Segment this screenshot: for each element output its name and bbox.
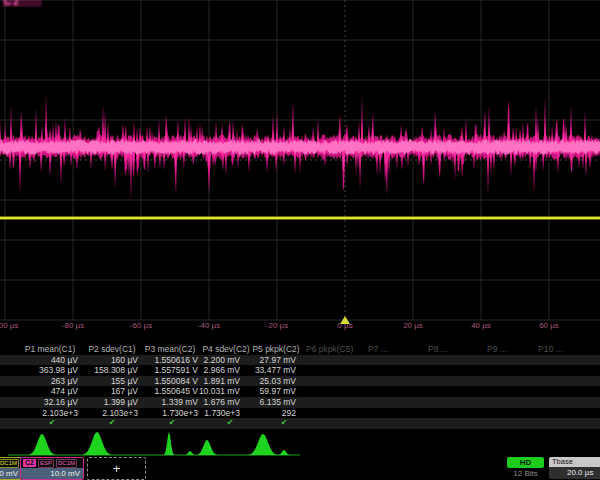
c2-eres-tag: ESP: [38, 459, 54, 468]
param-header-p1[interactable]: P1 mean(C1): [15, 344, 85, 355]
param-header-p5[interactable]: P5 pkpk(C2): [241, 344, 311, 355]
c2-coupling-tag: DC1M: [56, 459, 77, 468]
param-value: 27.97 mV: [218, 355, 296, 366]
param-header-p10-empty[interactable]: P10 ...: [538, 344, 563, 355]
param-value: 292: [218, 408, 296, 419]
hd-bits-label: 12 Bits: [507, 469, 544, 478]
timebase-title: Tbase: [549, 457, 600, 467]
param-row: 440 µV160 µV1.550616 V2.200 mV27.97 mV: [0, 355, 600, 366]
c2-badge: C2: [23, 459, 36, 467]
param-row: 2.103e+32.103e+31.730e+31.730e+3292: [0, 408, 600, 419]
param-value: 59.97 mV: [218, 386, 296, 397]
param-header-p9-empty[interactable]: P9 ...: [487, 344, 507, 355]
c1-trace: [0, 217, 600, 219]
param-row: 263 µV155 µV1.550084 V1.891 mV25.03 mV: [0, 376, 600, 387]
time-axis-label: -40 µs: [198, 321, 220, 330]
histicon-peak: [249, 434, 277, 455]
param-row: 474 µV167 µV1.550645 V10.031 mV59.97 mV: [0, 386, 600, 397]
param-value: 25.03 mV: [218, 376, 296, 387]
time-axis-label: 60 µs: [539, 321, 559, 330]
histicon-peak: [164, 432, 174, 455]
histicon-peak: [185, 451, 195, 455]
param-header-p7-empty[interactable]: P7 ...: [368, 344, 388, 355]
time-axis-label: -80 µs: [62, 321, 84, 330]
histicon-peak: [197, 440, 217, 455]
status-check-icon: ✔: [162, 418, 182, 429]
plus-icon: +: [113, 461, 121, 476]
time-axis-label: -100 µs: [0, 321, 18, 330]
param-header-p6-empty[interactable]: P6 pkpk(C5): [306, 344, 353, 355]
param-row: 32.16 µV1.399 µV1.339 mV1.676 mV6.135 mV: [0, 397, 600, 408]
c2-scale: 10.0 mV: [21, 468, 83, 479]
time-axis-label: -20 µs: [266, 321, 288, 330]
time-axis: -100 µs-80 µs-60 µs-40 µs-20 µs0 µs20 µs…: [0, 321, 600, 332]
parameter-histicons: [0, 430, 600, 457]
timebase-value: 20.0 µs: [549, 467, 600, 479]
param-header-p8-empty[interactable]: P8 ...: [428, 344, 448, 355]
time-axis-label: 0 µs: [337, 321, 352, 330]
histicon-peak: [83, 432, 111, 455]
clipped-channel-label-text: C2: [2, 0, 42, 7]
param-value: 6.135 mV: [218, 397, 296, 408]
add-trace-button[interactable]: +: [87, 457, 146, 480]
oscilloscope-screen: C2 -100 µs-80 µs-60 µs-40 µs-20 µs0 µs20…: [0, 0, 600, 480]
status-check-icon: ✔: [42, 418, 62, 429]
channel-c2-descriptor[interactable]: C2 ESP DC1M 10.0 mV: [20, 457, 84, 480]
param-row: 363.98 µV158.308 µV1.557591 V2.966 mV33.…: [0, 365, 600, 376]
param-value: 33.477 mV: [218, 365, 296, 376]
hd-mode-badge[interactable]: HD: [507, 457, 544, 468]
time-axis-label: -60 µs: [130, 321, 152, 330]
channel-c1-descriptor[interactable]: DC1M 10.0 mV: [0, 457, 22, 480]
c1-scale: 10.0 mV: [0, 468, 21, 479]
c1-coupling-tag: DC1M: [0, 459, 19, 468]
timebase-descriptor[interactable]: Tbase 20.0 µs: [549, 457, 600, 479]
status-check-icon: ✔: [102, 418, 122, 429]
status-check-icon: ✔: [274, 418, 294, 429]
clipped-channel-label: C2: [2, 0, 42, 7]
waveform-display: [0, 0, 600, 332]
histicon-peak: [29, 434, 55, 455]
bottom-bar: DC1M 10.0 mV C2 ESP DC1M 10.0 mV + HD 12…: [0, 457, 600, 480]
param-status-row: ✔✔✔✔✔: [0, 418, 600, 429]
status-check-icon: ✔: [220, 418, 240, 429]
parameter-table: P1 mean(C1)P2 sdev(C1)P3 mean(C2)P4 sdev…: [0, 344, 600, 429]
histicon-peak: [278, 450, 290, 455]
time-axis-label: 40 µs: [471, 321, 491, 330]
time-axis-label: 20 µs: [403, 321, 423, 330]
